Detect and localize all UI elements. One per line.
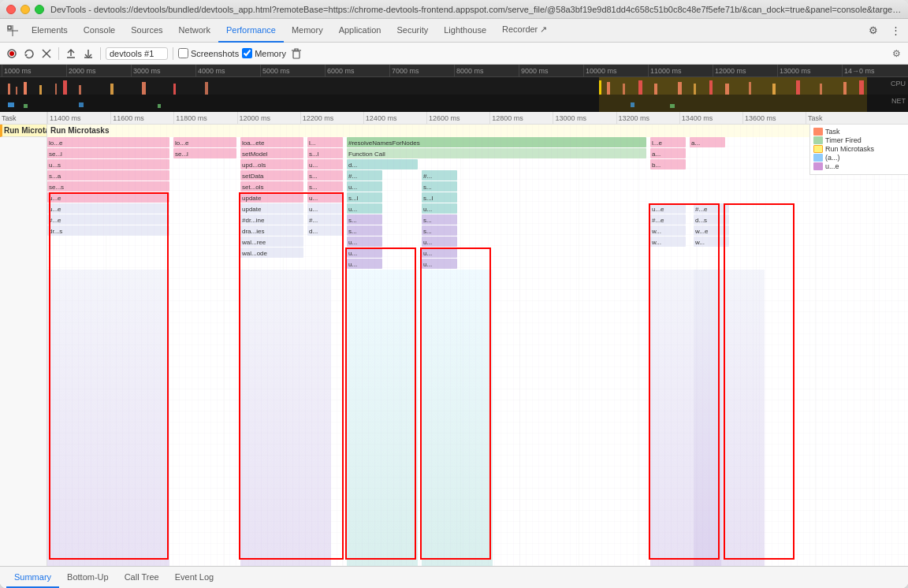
record-icon[interactable] — [5, 47, 19, 61]
legend-task: Task — [813, 128, 905, 136]
svg-rect-14 — [16, 87, 17, 95]
screenshots-checkbox[interactable] — [178, 48, 188, 58]
tab-security[interactable]: Security — [389, 19, 436, 43]
tab-event-log[interactable]: Event Log — [167, 568, 222, 588]
cpu-overview: CPU — [0, 77, 908, 95]
sep2 — [100, 47, 101, 60]
minimize-button[interactable] — [20, 5, 30, 14]
legend-a-label: (a...) — [825, 154, 840, 162]
flame-chart-content[interactable]: Run Microtasks lo...e lo...e loa...ete l… — [47, 125, 908, 566]
ruler-mark-4000: 4000 ms — [195, 65, 260, 76]
download-icon[interactable] — [81, 47, 95, 61]
zoom-mark-6: 12400 ms — [363, 112, 426, 124]
svg-rect-45 — [158, 104, 161, 108]
maximize-button[interactable] — [35, 5, 44, 14]
clear-icon[interactable] — [39, 47, 54, 61]
timeline-ruler: 1000 ms 2000 ms 3000 ms 4000 ms 5000 ms … — [0, 65, 908, 77]
svg-rect-35 — [772, 84, 776, 95]
legend-panel: Task Timer Fired Run Microtasks (a...) — [809, 125, 908, 175]
tab-recorder[interactable]: Recorder ↗ — [494, 19, 555, 43]
zoom-mark-8: 12800 ms — [489, 112, 553, 124]
upload-icon[interactable] — [64, 47, 78, 61]
svg-rect-32 — [709, 80, 713, 95]
ruler-mark-1000: 1000 ms — [2, 65, 66, 76]
svg-rect-20 — [110, 84, 114, 95]
overview-timeline: 1000 ms 2000 ms 3000 ms 4000 ms 5000 ms … — [0, 65, 908, 112]
ruler-mark-11000: 11000 ms — [648, 65, 713, 76]
svg-rect-26 — [607, 82, 610, 95]
window-title: DevTools - devtools://devtools/bundled/d… — [50, 5, 902, 14]
zoom-ruler: Task 11400 ms 11600 ms 11800 ms 12000 ms… — [0, 112, 908, 125]
ruler-mark-6000: 6000 ms — [325, 65, 389, 76]
reload-record-icon[interactable] — [22, 47, 36, 61]
svg-rect-27 — [623, 84, 625, 95]
traffic-lights — [6, 5, 44, 14]
close-button[interactable] — [6, 5, 16, 14]
inspect-icon[interactable] — [3, 21, 22, 40]
zoom-mark-task: Task — [806, 112, 908, 124]
target-select[interactable]: devtools #1 — [106, 47, 168, 60]
legend-ue: u...e — [813, 162, 905, 170]
svg-rect-33 — [725, 84, 729, 95]
svg-rect-47 — [670, 104, 675, 108]
svg-rect-23 — [205, 82, 208, 95]
screenshots-checkbox-label[interactable]: Screenshots — [178, 48, 239, 58]
svg-rect-22 — [173, 84, 176, 95]
ruler-mark-14000: 14→0 ms — [842, 65, 906, 76]
svg-rect-25 — [599, 80, 601, 95]
zoom-mark-9: 13000 ms — [553, 112, 616, 124]
cpu-chart — [0, 77, 908, 95]
tab-summary[interactable]: Summary — [6, 568, 59, 588]
legend-runmicrotasks-color — [813, 145, 823, 153]
tab-console[interactable]: Console — [76, 19, 123, 43]
settings-icon[interactable]: ⚙ — [864, 21, 883, 40]
more-options-icon[interactable]: ⋮ — [886, 21, 905, 40]
svg-rect-44 — [79, 102, 84, 107]
zoom-mark-1: 11400 ms — [47, 112, 110, 124]
memory-checkbox[interactable] — [242, 48, 252, 58]
svg-rect-36 — [796, 80, 800, 95]
svg-rect-37 — [820, 84, 822, 95]
zoom-mark-10: 13200 ms — [616, 112, 679, 124]
main-content: 1000 ms 2000 ms 3000 ms 4000 ms 5000 ms … — [0, 65, 908, 588]
legend-task-color — [813, 128, 823, 136]
net-chart — [0, 95, 908, 112]
settings2-icon[interactable]: ⚙ — [889, 47, 903, 61]
memory-checkbox-label[interactable]: Memory — [242, 48, 286, 58]
zoom-ruler-marks: 11400 ms 11600 ms 11800 ms 12000 ms 1220… — [47, 112, 908, 124]
tab-performance[interactable]: Performance — [218, 19, 284, 43]
sep3 — [173, 47, 173, 60]
tab-application[interactable]: Application — [331, 19, 389, 43]
ruler-mark-8000: 8000 ms — [454, 65, 519, 76]
tab-lighthouse[interactable]: Lighthouse — [436, 19, 494, 43]
zoom-mark-12: 13600 ms — [742, 112, 806, 124]
svg-rect-28 — [638, 80, 642, 95]
svg-rect-19 — [79, 85, 81, 95]
tab-network[interactable]: Network — [171, 19, 218, 43]
column-blocks — [47, 125, 908, 566]
zoom-mark-3: 11800 ms — [173, 112, 236, 124]
tab-bottom-up[interactable]: Bottom-Up — [59, 568, 117, 588]
cpu-label: CPU — [891, 80, 906, 87]
net-overview: NET — [0, 95, 908, 112]
task-col-left: Task — [0, 112, 47, 124]
title-bar: DevTools - devtools://devtools/bundled/d… — [0, 0, 908, 19]
ruler-marks: 1000 ms 2000 ms 3000 ms 4000 ms 5000 ms … — [0, 65, 908, 76]
tab-elements[interactable]: Elements — [24, 19, 76, 43]
trash-icon[interactable] — [289, 47, 303, 61]
zoom-mark-7: 12600 ms — [426, 112, 489, 124]
legend-timerfired-color — [813, 136, 823, 144]
svg-rect-0 — [8, 26, 11, 29]
tab-sources[interactable]: Sources — [123, 19, 170, 43]
svg-rect-38 — [843, 82, 847, 95]
legend-runmicrotasks-label: Run Microtasks — [825, 145, 874, 153]
net-label: NET — [891, 97, 906, 105]
svg-rect-43 — [24, 104, 28, 108]
svg-rect-41 — [599, 95, 867, 112]
toolbar-right: ⚙ ⋮ — [864, 21, 905, 40]
tab-memory[interactable]: Memory — [284, 19, 331, 43]
ruler-mark-7000: 7000 ms — [389, 65, 454, 76]
svg-rect-17 — [55, 84, 57, 95]
tab-call-tree[interactable]: Call Tree — [117, 568, 167, 588]
svg-rect-13 — [8, 84, 10, 95]
